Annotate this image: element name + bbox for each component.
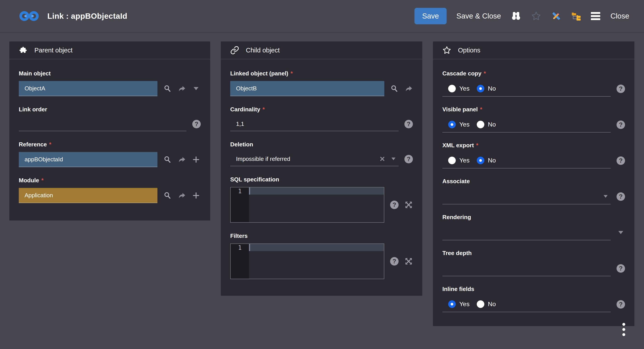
field-label: Visible panel (442, 106, 478, 113)
help-icon[interactable] (616, 300, 625, 309)
chevron-down-icon[interactable] (604, 195, 608, 198)
field-label: Rendering (442, 214, 471, 221)
filters-editor[interactable]: 1 (230, 244, 384, 279)
open-record-icon[interactable] (404, 85, 413, 93)
design-tools-icon[interactable] (551, 11, 562, 21)
panel-options-header: Options (433, 41, 634, 59)
help-icon[interactable] (616, 85, 625, 93)
save-and-close-button[interactable]: Save & Close (456, 12, 501, 20)
help-icon[interactable] (404, 120, 413, 128)
cardinality-input[interactable]: 1,1 (230, 117, 398, 131)
help-icon[interactable] (616, 264, 625, 273)
tree-depth-input[interactable] (442, 261, 611, 276)
active-line (249, 244, 384, 251)
field-rendering: Rendering (442, 214, 625, 240)
open-record-icon[interactable] (178, 85, 186, 93)
chevron-down-icon[interactable] (618, 231, 623, 234)
field-label: SQL specification (230, 176, 279, 183)
toolbar: Save Save & Close Close (414, 8, 629, 24)
required-marker: * (480, 106, 482, 113)
field-label: XML export (442, 142, 474, 149)
radio-no[interactable] (477, 300, 484, 308)
panel-title: Options (458, 47, 480, 54)
required-marker: * (41, 177, 44, 184)
sql-specification-editor[interactable]: 1 (230, 187, 384, 223)
main-object-input[interactable]: ObjectA (19, 81, 158, 96)
field-label: Link order (19, 106, 47, 113)
panel-child-object: Child object Linked object (panel)* Obje… (221, 41, 422, 296)
open-record-icon[interactable] (178, 156, 186, 164)
search-icon[interactable] (163, 85, 172, 93)
help-icon[interactable] (404, 155, 413, 163)
field-cardinality: Cardinality* 1,1 (230, 106, 413, 131)
link-order-input[interactable] (19, 117, 186, 131)
help-icon[interactable] (390, 257, 398, 266)
field-label: Inline fields (442, 286, 474, 293)
reference-input[interactable]: appBObjectaId (19, 152, 158, 167)
field-cascade-copy: Cascade copy* Yes No (442, 70, 625, 97)
search-icon[interactable] (163, 156, 172, 164)
field-reference: Reference* appBObjectaId (19, 141, 201, 167)
panel-parent-header: Parent object (10, 41, 210, 59)
associate-select[interactable] (442, 189, 611, 204)
clear-icon[interactable] (380, 156, 385, 162)
field-inline-fields: Inline fields Yes No (442, 286, 625, 312)
radio-no[interactable] (477, 85, 484, 92)
line-numbers: 1 (231, 244, 249, 279)
code-area[interactable] (249, 244, 384, 279)
radio-yes[interactable] (448, 300, 456, 308)
close-button[interactable]: Close (610, 12, 629, 20)
more-options-kebab-icon[interactable] (622, 323, 625, 336)
search-icon[interactable] (163, 191, 172, 200)
radio-yes[interactable] (448, 121, 456, 128)
field-xml-export: XML export* Yes No (442, 142, 625, 168)
field-label: Filters (230, 233, 248, 239)
help-icon[interactable] (616, 156, 625, 165)
help-icon[interactable] (390, 201, 398, 209)
help-icon[interactable] (616, 192, 625, 201)
required-marker: * (476, 142, 478, 149)
save-button[interactable]: Save (414, 8, 446, 24)
required-marker: * (484, 70, 486, 77)
active-line (249, 187, 384, 195)
radio-no[interactable] (477, 121, 484, 128)
radio-yes[interactable] (448, 157, 456, 164)
binoculars-icon[interactable] (511, 11, 521, 21)
module-tree-icon[interactable] (571, 11, 581, 21)
search-icon[interactable] (390, 85, 398, 93)
deletion-select[interactable]: Impossible if referred (230, 152, 398, 166)
code-area[interactable] (249, 187, 384, 222)
favorite-star-icon[interactable] (531, 11, 541, 21)
radio-no[interactable] (477, 157, 484, 164)
add-icon[interactable] (192, 156, 200, 163)
field-sql-specification: SQL specification 1 (230, 176, 413, 223)
add-icon[interactable] (192, 192, 200, 199)
form-area: Parent object Main object ObjectA Link o… (0, 32, 644, 326)
panel-parent-object: Parent object Main object ObjectA Link o… (10, 41, 210, 221)
field-label: Reference (19, 141, 47, 148)
expand-icon[interactable] (404, 201, 413, 209)
help-icon[interactable] (616, 120, 625, 129)
puzzle-icon (19, 46, 28, 55)
menu-icon[interactable] (591, 12, 601, 20)
field-label: Cardinality (230, 106, 260, 113)
open-record-icon[interactable] (178, 191, 186, 200)
field-label: Deletion (230, 141, 253, 148)
panel-child-header: Child object (221, 41, 422, 59)
module-input[interactable]: Application (19, 188, 158, 203)
chevron-down-icon[interactable] (392, 158, 396, 160)
field-module: Module* Application (19, 177, 201, 203)
radio-yes[interactable] (448, 85, 456, 92)
rendering-select[interactable] (442, 225, 611, 240)
expand-icon[interactable] (404, 257, 413, 266)
chevron-down-icon[interactable] (192, 87, 200, 90)
star-icon (442, 46, 451, 55)
panel-title: Parent object (34, 47, 72, 54)
field-link-order: Link order (19, 106, 201, 131)
linked-object-input[interactable]: ObjectB (230, 81, 384, 96)
required-marker: * (49, 141, 51, 148)
chain-link-icon (230, 46, 239, 55)
page-title: Link : appBObjectaId (47, 11, 127, 20)
field-tree-depth: Tree depth (442, 250, 625, 276)
help-icon[interactable] (192, 120, 201, 128)
